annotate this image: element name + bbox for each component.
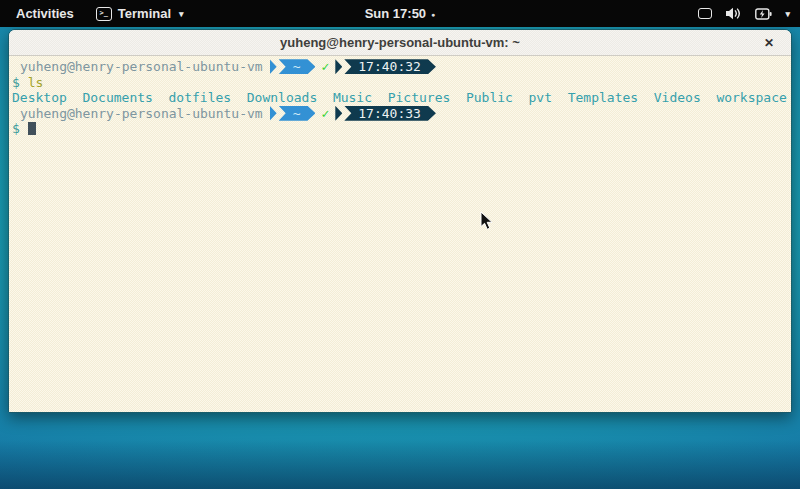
window-title: yuheng@henry-personal-ubuntu-vm: ~: [280, 35, 520, 50]
ls-entry: Music: [333, 90, 372, 105]
terminal-screen[interactable]: yuheng@henry-personal-ubuntu-vm ~ ✓ 17:4…: [9, 56, 791, 412]
prompt-symbol: $: [12, 75, 20, 90]
prompt-line-1: yuheng@henry-personal-ubuntu-vm ~ ✓ 17:4…: [12, 59, 791, 75]
gnome-top-bar: Activities >_ Terminal ▾ Sun 17:50 ● ▾: [0, 0, 800, 27]
prompt-time: 17:40:33: [344, 106, 436, 121]
ls-entry: dotfiles: [169, 90, 232, 105]
powerline-arrow-icon: [270, 106, 277, 121]
input-line: $: [12, 121, 791, 137]
mouse-pointer-icon: [480, 211, 494, 231]
app-menu-label: Terminal: [118, 6, 171, 21]
activities-button[interactable]: Activities: [10, 4, 80, 23]
clock-label[interactable]: Sun 17:50: [365, 6, 426, 21]
prompt-cwd: ~: [279, 106, 316, 121]
powerline-arrow-icon: [335, 106, 342, 121]
ls-entry: Pictures: [388, 90, 451, 105]
battery-charging-icon: [755, 8, 772, 20]
ls-entry: workspace: [716, 90, 786, 105]
ls-entry: Templates: [568, 90, 638, 105]
ls-entry: Downloads: [247, 90, 317, 105]
prompt-cwd-segment: ~: [270, 59, 316, 74]
status-check-icon: ✓: [321, 106, 329, 121]
text-cursor: [28, 122, 36, 135]
chevron-down-icon: ▾: [179, 9, 184, 19]
command-text: ls: [28, 75, 44, 90]
ls-entry: Videos: [654, 90, 701, 105]
window-titlebar[interactable]: yuheng@henry-personal-ubuntu-vm: ~ ✕: [9, 30, 791, 56]
prompt-cwd: ~: [279, 59, 316, 74]
prompt-line-2: yuheng@henry-personal-ubuntu-vm ~ ✓ 17:4…: [12, 106, 791, 122]
prompt-user-host: yuheng@henry-personal-ubuntu-vm: [20, 59, 263, 74]
terminal-window: yuheng@henry-personal-ubuntu-vm: ~ ✕ yuh…: [8, 29, 792, 413]
prompt-symbol: $: [12, 121, 20, 136]
ls-entry: pvt: [529, 90, 552, 105]
close-button[interactable]: ✕: [759, 33, 779, 53]
ls-output-line: Desktop Documents dotfiles Downloads Mus…: [12, 90, 791, 106]
ls-entry: Public: [466, 90, 513, 105]
volume-icon: [725, 7, 742, 20]
system-status-menu[interactable]: ▾: [698, 0, 790, 27]
prompt-time-segment: 17:40:33: [335, 106, 436, 121]
notification-dot-icon: ●: [431, 11, 435, 18]
prompt-time: 17:40:32: [344, 59, 436, 74]
chevron-down-icon: ▾: [785, 9, 790, 19]
powerline-arrow-icon: [270, 59, 277, 74]
app-menu-terminal[interactable]: >_ Terminal ▾: [96, 6, 184, 21]
prompt-user-host: yuheng@henry-personal-ubuntu-vm: [20, 106, 263, 121]
ls-entry: Desktop: [12, 90, 67, 105]
status-check-icon: ✓: [321, 59, 329, 74]
prompt-cwd-segment: ~: [270, 106, 316, 121]
ls-entry: Documents: [82, 90, 152, 105]
command-line: $ ls: [12, 75, 791, 91]
powerline-arrow-icon: [335, 59, 342, 74]
prompt-time-segment: 17:40:32: [335, 59, 436, 74]
display-icon: [698, 8, 712, 19]
terminal-icon: >_: [96, 7, 112, 21]
